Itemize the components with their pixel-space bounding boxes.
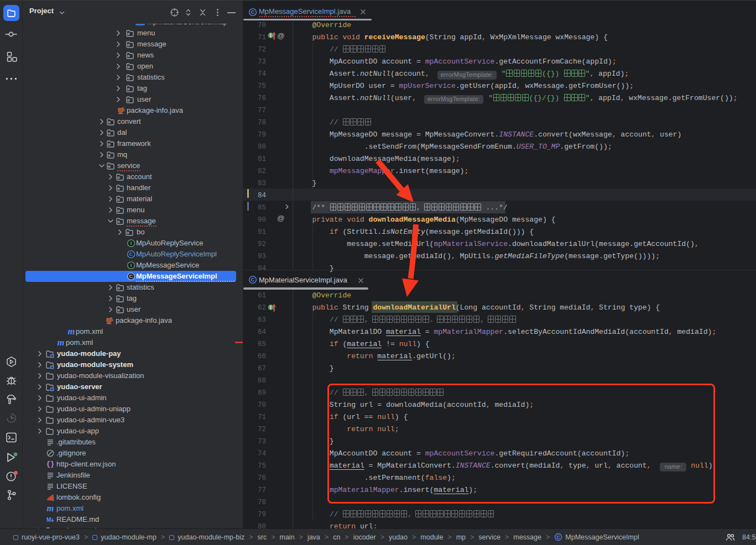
svg-text:M: M xyxy=(46,516,51,523)
svg-text:I: I xyxy=(131,240,132,246)
svg-text:C: C xyxy=(251,9,255,15)
svg-text:C: C xyxy=(129,273,133,279)
svg-text:C: C xyxy=(557,534,561,540)
svg-text:C: C xyxy=(129,251,133,257)
svg-text:C: C xyxy=(251,276,255,282)
svg-text:I: I xyxy=(131,262,132,268)
